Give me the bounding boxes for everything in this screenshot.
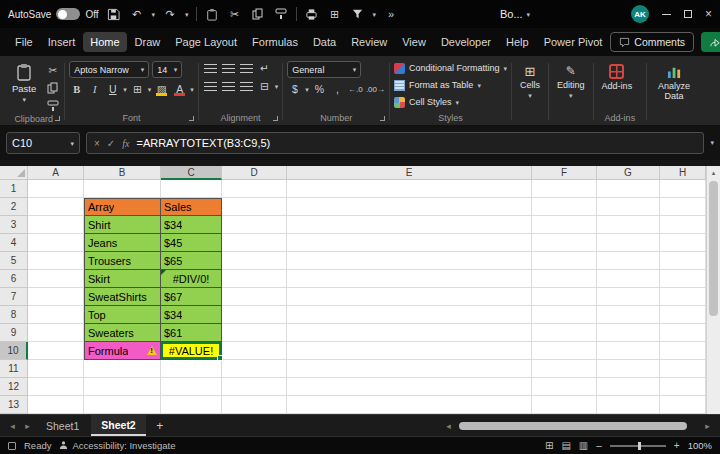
align-middle-icon[interactable] (221, 61, 236, 75)
zoom-slider-thumb[interactable] (638, 442, 641, 450)
row-header-5[interactable]: 5 (0, 252, 28, 270)
number-dialog-launcher-icon[interactable] (380, 116, 385, 121)
cell-B8[interactable]: Top (84, 306, 161, 324)
formula-bar-expand-icon[interactable]: ▾ (710, 139, 714, 147)
menu-tab-insert[interactable]: Insert (41, 32, 83, 52)
menu-tab-power-pivot[interactable]: Power Pivot (537, 32, 610, 52)
conditional-formatting-button[interactable]: Conditional Formatting ▾ (394, 61, 507, 75)
cell-D6[interactable] (222, 270, 287, 288)
sheet-tab-sheet2[interactable]: Sheet2 (91, 415, 145, 436)
autosave-toggle[interactable]: AutoSave Off (8, 8, 99, 20)
cell-C9[interactable]: $61 (161, 324, 222, 342)
accounting-dropdown-icon[interactable]: ▾ (305, 86, 309, 93)
font-size-select[interactable]: 14 ▾ (152, 61, 182, 78)
underline-dropdown-icon[interactable]: ▾ (123, 86, 127, 93)
cell-H5[interactable] (660, 252, 706, 270)
cell-E10[interactable] (287, 342, 532, 360)
formula-input[interactable]: × ✓ fx =ARRAYTOTEXT(B3:C9,5) (86, 132, 704, 154)
italic-button[interactable]: I (87, 82, 102, 96)
cell-G3[interactable] (597, 216, 660, 234)
cell-E9[interactable] (287, 324, 532, 342)
maximize-icon[interactable] (684, 10, 692, 18)
cell-C4[interactable]: $45 (161, 234, 222, 252)
minimize-icon[interactable] (662, 14, 671, 15)
cells-button[interactable]: ⊞ Cells ▾ (516, 61, 544, 99)
cell-G10[interactable] (597, 342, 660, 360)
avatar[interactable]: AK (631, 5, 649, 23)
share-button[interactable]: Share ▾ (701, 32, 720, 52)
cell-B3[interactable]: Shirt (84, 216, 161, 234)
cell-B6[interactable]: Skirt (84, 270, 161, 288)
zoom-slider[interactable] (610, 445, 666, 447)
accounting-format-button[interactable]: $ (287, 82, 302, 96)
cell-H4[interactable] (660, 234, 706, 252)
row-header-13[interactable]: 13 (0, 396, 28, 414)
underline-button[interactable]: U (105, 82, 120, 96)
copy-icon[interactable] (45, 81, 60, 95)
cell-G2[interactable] (597, 198, 660, 216)
cell-B9[interactable]: Sweaters (84, 324, 161, 342)
row-header-11[interactable]: 11 (0, 360, 28, 378)
row-header-4[interactable]: 4 (0, 234, 28, 252)
more-commands-icon[interactable]: » (383, 6, 399, 22)
cell-E4[interactable] (287, 234, 532, 252)
cell-H9[interactable] (660, 324, 706, 342)
cell-A2[interactable] (28, 198, 84, 216)
menu-tab-review[interactable]: Review (344, 32, 394, 52)
cell-C10[interactable]: #VALUE! (161, 342, 222, 360)
cell-H7[interactable] (660, 288, 706, 306)
column-header-A[interactable]: A (28, 166, 84, 180)
cell-D11[interactable] (222, 360, 287, 378)
cell-C2[interactable]: Sales (161, 198, 222, 216)
cell-G1[interactable] (597, 180, 660, 198)
horizontal-scrollbar-thumb[interactable] (459, 422, 687, 430)
format-painter-icon[interactable] (273, 6, 289, 22)
page-break-view-icon[interactable]: ▥ (579, 440, 588, 451)
fill-color-button[interactable]: ▨ (154, 82, 169, 96)
cell-E5[interactable] (287, 252, 532, 270)
redo-icon[interactable]: ↷ (162, 6, 178, 22)
cell-G13[interactable] (597, 396, 660, 414)
paste-button[interactable]: Paste ▾ (7, 61, 41, 103)
cell-C1[interactable] (161, 180, 222, 198)
cut-icon[interactable]: ✂ (227, 6, 243, 22)
cell-C8[interactable]: $34 (161, 306, 222, 324)
cell-G12[interactable] (597, 378, 660, 396)
copy-icon[interactable] (250, 6, 266, 22)
menu-tab-data[interactable]: Data (306, 32, 343, 52)
cell-G8[interactable] (597, 306, 660, 324)
cell-F1[interactable] (532, 180, 597, 198)
row-header-12[interactable]: 12 (0, 378, 28, 396)
record-macro-icon[interactable] (8, 442, 16, 450)
undo-icon[interactable]: ↶ (129, 6, 145, 22)
menu-tab-file[interactable]: File (8, 32, 40, 52)
cut-icon[interactable]: ✂ (45, 63, 60, 77)
cell-A5[interactable] (28, 252, 84, 270)
cell-D12[interactable] (222, 378, 287, 396)
menu-tab-home[interactable]: Home (83, 32, 126, 52)
cell-F10[interactable] (532, 342, 597, 360)
save-icon[interactable] (106, 6, 122, 22)
document-title[interactable]: Bo... ▾ (500, 8, 530, 20)
scroll-up-icon[interactable]: ▴ (712, 166, 716, 179)
cell-A9[interactable] (28, 324, 84, 342)
decrease-decimal-button[interactable]: .00→ (366, 82, 385, 96)
accessibility-status[interactable]: Accessibility: Investigate (59, 440, 175, 451)
row-header-9[interactable]: 9 (0, 324, 28, 342)
redo-dropdown-icon[interactable]: ▾ (185, 11, 189, 18)
menu-tab-help[interactable]: Help (499, 32, 536, 52)
align-left-icon[interactable] (203, 79, 218, 93)
cell-G4[interactable] (597, 234, 660, 252)
editing-button[interactable]: ✎ Editing ▾ (553, 61, 589, 99)
close-icon[interactable]: × (705, 8, 712, 20)
vertical-scrollbar-thumb[interactable] (709, 181, 718, 316)
cell-B4[interactable]: Jeans (84, 234, 161, 252)
cell-D4[interactable] (222, 234, 287, 252)
cell-F5[interactable] (532, 252, 597, 270)
zoom-out-icon[interactable]: – (596, 440, 602, 451)
addins-button[interactable]: Add-ins (598, 61, 637, 91)
wrap-text-icon[interactable]: ↵ (257, 61, 272, 75)
cell-F2[interactable] (532, 198, 597, 216)
cell-H8[interactable] (660, 306, 706, 324)
comma-style-button[interactable]: , (330, 82, 345, 96)
